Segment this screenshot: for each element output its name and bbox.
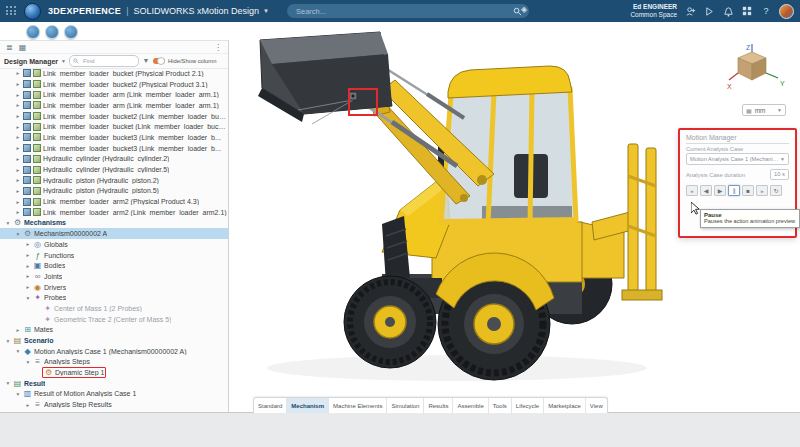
tree-expander-icon[interactable]: ▸: [14, 199, 22, 205]
tree-expander-icon[interactable]: ▸: [14, 177, 22, 183]
tree-item[interactable]: ▸Link_member_loader_arm (Link_member_loa…: [0, 100, 228, 111]
tree-expander-icon[interactable]: ▸: [14, 134, 22, 140]
tree-item[interactable]: ▸Link_member_loader_arm (Link_member_loa…: [0, 89, 228, 100]
tree-item[interactable]: ▸Hydraulic_cylinder (Hydraulic_cylinder.…: [0, 154, 228, 165]
units-dropdown[interactable]: ▦ mm ▼: [742, 104, 786, 116]
tab-results[interactable]: Results: [424, 398, 453, 413]
find-box[interactable]: [69, 55, 139, 67]
quick-app-icon-1[interactable]: [26, 25, 40, 39]
user-avatar[interactable]: [779, 4, 794, 19]
duration-value[interactable]: 10 s: [770, 169, 789, 180]
tree-item[interactable]: ▾Motion Analysis Case 1 (Mechanism000000…: [0, 346, 228, 357]
play-button[interactable]: ▶: [714, 185, 726, 196]
filter-funnel-icon[interactable]: ▼: [142, 57, 150, 65]
search-bar[interactable]: [287, 4, 529, 18]
view-cube[interactable]: Z X Y: [726, 42, 790, 98]
tree-item[interactable]: ▸Link_member_loader_bucket3 (Link_member…: [0, 132, 228, 143]
tree-expander-icon[interactable]: ▸: [24, 402, 32, 408]
quick-app-icon-3[interactable]: [64, 25, 78, 39]
tree-item[interactable]: ▾Result: [0, 378, 228, 389]
tree-expander-icon[interactable]: ▸: [14, 92, 22, 98]
tree-item[interactable]: ▾Analysis Steps: [0, 357, 228, 368]
tree-expander-icon[interactable]: ▸: [14, 70, 22, 76]
user-block[interactable]: Ed ENGINEER Common Space: [630, 3, 677, 19]
tree-expander-icon[interactable]: ▸: [14, 156, 22, 162]
tree-expander-icon[interactable]: ▸: [14, 102, 22, 108]
tree-item[interactable]: Geometric Trace 2 (Center of Mass 5): [0, 314, 228, 325]
tree-item[interactable]: ▾Result of Motion Analysis Case 1: [0, 389, 228, 400]
tab-mechanism[interactable]: Mechanism: [287, 398, 329, 413]
3dexperience-compass-icon[interactable]: [24, 3, 41, 20]
tree-item[interactable]: ▸Link_member_loader_arm2 (Physical Produ…: [0, 196, 228, 207]
tree-expander-icon[interactable]: ▾: [4, 380, 12, 386]
tree-expander-icon[interactable]: ▸: [14, 113, 22, 119]
tab-machine-elements[interactable]: Machine Elements: [329, 398, 387, 413]
tree-expander-icon[interactable]: ▸: [14, 209, 22, 215]
tree-item[interactable]: Center of Mass 1 (2 Probes): [0, 303, 228, 314]
tree-item[interactable]: ▸Globals: [0, 239, 228, 250]
panel-title-chevron-icon[interactable]: ▼: [61, 58, 66, 64]
tree-expander-icon[interactable]: ▸: [24, 252, 32, 258]
tab-standard[interactable]: Standard: [254, 398, 287, 413]
tree-item[interactable]: ▸Hydraulic_piston (Hydraulic_piston.2): [0, 175, 228, 186]
tab-lifecycle[interactable]: Lifecycle: [512, 398, 544, 413]
quick-app-icon-2[interactable]: [45, 25, 59, 39]
search-input[interactable]: [294, 6, 513, 17]
tree-expander-icon[interactable]: ▸: [14, 145, 22, 151]
tree-item[interactable]: ▸Mates: [0, 325, 228, 336]
stop-button[interactable]: ■: [742, 185, 754, 196]
tab-tools[interactable]: Tools: [489, 398, 512, 413]
add-user-icon[interactable]: [684, 5, 696, 17]
tree-expander-icon[interactable]: ▾: [24, 295, 32, 301]
tree-expander-icon[interactable]: ▸: [14, 188, 22, 194]
tree-item[interactable]: ▸Hydraulic_cylinder (Hydraulic_cylinder.…: [0, 164, 228, 175]
panel-menu-icon[interactable]: ≣: [6, 43, 13, 52]
app-chevron-icon[interactable]: ▼: [263, 8, 269, 14]
loop-button[interactable]: ↻: [770, 185, 782, 196]
tree-item[interactable]: ▾Probes: [0, 292, 228, 303]
analysis-case-dropdown[interactable]: Motion Analysis Case 1 (Mechanism0... ▼: [686, 153, 789, 165]
tree-item[interactable]: ▾Mechanisms: [0, 218, 228, 229]
tab-simulation[interactable]: Simulation: [387, 398, 424, 413]
panel-pin-icon[interactable]: ▦: [19, 43, 27, 52]
tree-expander-icon[interactable]: ▸: [24, 273, 32, 279]
tree-item[interactable]: ▸Functions: [0, 250, 228, 261]
tree-item[interactable]: ▸Link_member_loader_bucket (Physical Pro…: [0, 68, 228, 79]
tree-item[interactable]: ▸Analysis Step Results: [0, 399, 228, 410]
notifications-bell-icon[interactable]: [722, 5, 734, 17]
tree-item[interactable]: ▸Drivers: [0, 282, 228, 293]
tree-item[interactable]: ▸Link_member_loader_bucket3 (Link_member…: [0, 143, 228, 154]
apps-grid-icon[interactable]: [741, 5, 753, 17]
help-icon[interactable]: ?: [760, 5, 772, 17]
tree-expander-icon[interactable]: ▸: [24, 241, 32, 247]
waffle-menu-icon[interactable]: [6, 6, 16, 16]
tree-item[interactable]: ▾Mechanism00000002 A: [0, 228, 228, 239]
find-input[interactable]: [81, 57, 135, 65]
tree-expander-icon[interactable]: ▸: [14, 81, 22, 87]
column-toggle[interactable]: [153, 58, 165, 64]
search-options-icon[interactable]: ◈: [521, 5, 527, 14]
panel-more-icon[interactable]: ⋮: [214, 43, 222, 52]
tree-item[interactable]: ▸Link_member_loader_bucket2 (Physical Pr…: [0, 79, 228, 90]
share-icon[interactable]: [703, 5, 715, 17]
backhoe-loader-model[interactable]: [232, 26, 682, 406]
pause-button[interactable]: ∥: [728, 185, 740, 196]
tree-expander-icon[interactable]: ▸: [14, 124, 22, 130]
tree-item[interactable]: ▸Hydraulic_piston (Hydraulic_piston.5): [0, 186, 228, 197]
tree-expander-icon[interactable]: ▾: [14, 348, 22, 354]
tree-expander-icon[interactable]: ▸: [14, 167, 22, 173]
tab-assemble[interactable]: Assemble: [453, 398, 488, 413]
tree-expander-icon[interactable]: ▾: [24, 359, 32, 365]
tree-item[interactable]: ▸Joints: [0, 271, 228, 282]
tree-item[interactable]: ▸Link_member_loader_arm2 (Link_member_lo…: [0, 207, 228, 218]
tree-item[interactable]: ▸Link_member_loader_bucket2 (Link_member…: [0, 111, 228, 122]
tree-expander-icon[interactable]: ▾: [14, 391, 22, 397]
tree-expander-icon[interactable]: ▸: [24, 263, 32, 269]
tree-expander-icon[interactable]: ▾: [4, 220, 12, 226]
tree-item[interactable]: Dynamic Step 1: [0, 367, 228, 378]
go-to-end-button[interactable]: »: [756, 185, 768, 196]
tree-expander-icon[interactable]: ▸: [24, 284, 32, 290]
go-to-start-button[interactable]: «: [686, 185, 698, 196]
tree-item[interactable]: ▸Bodies: [0, 260, 228, 271]
tree-item[interactable]: ▾Scenario: [0, 335, 228, 346]
